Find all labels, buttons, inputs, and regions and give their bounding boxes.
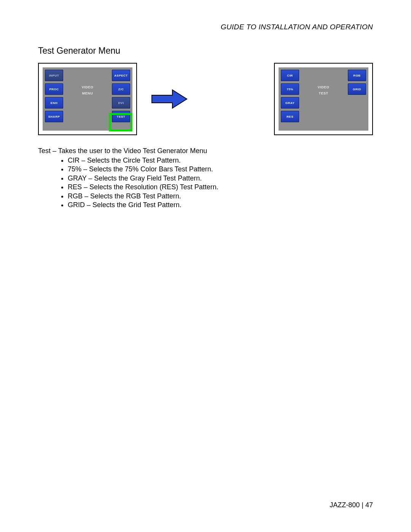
list-item: RES – Selects the Resolution (RES) Test …: [68, 183, 373, 192]
intro-line: Test – Takes the user to the Video Test …: [38, 147, 373, 155]
page-header: GUIDE TO INSTALLATION AND OPERATION: [38, 23, 373, 31]
list-item: GRAY – Selects the Gray Field Test Patte…: [68, 174, 373, 183]
footer-page: 47: [365, 501, 373, 509]
svg-marker-0: [152, 90, 187, 108]
section-title: Test Generator Menu: [38, 46, 373, 56]
menu-center-label: VIDEO MENU: [43, 84, 132, 96]
cir-button[interactable]: CIR: [281, 70, 299, 81]
test-button[interactable]: TEST: [112, 111, 130, 122]
bullet-list: CIR – Selects the Circle Test Pattern. 7…: [38, 156, 373, 209]
page-footer: JAZZ-800 | 47: [330, 501, 373, 509]
body-text: Test – Takes the user to the Video Test …: [38, 147, 373, 209]
input-button[interactable]: INPUT: [45, 70, 63, 81]
test-center-label: VIDEO TEST: [279, 84, 368, 96]
dvi-button[interactable]: DVI: [112, 97, 130, 109]
center-label-top: VIDEO: [82, 85, 94, 89]
figure-row: INPUT PROC ENH SHARP ASPECT Z/C DVI TEST…: [38, 63, 373, 135]
rgb-button[interactable]: RGB: [348, 70, 366, 81]
video-test-screenshot: CIR 75% GRAY RES RGB GRID VIDEO TEST: [274, 63, 373, 135]
footer-model: JAZZ-800: [330, 501, 360, 509]
center-label-bottom: MENU: [82, 91, 93, 95]
video-menu-screenshot: INPUT PROC ENH SHARP ASPECT Z/C DVI TEST…: [38, 63, 137, 135]
gray-button[interactable]: GRAY: [281, 97, 299, 109]
enh-button[interactable]: ENH: [45, 97, 63, 109]
list-item: RGB – Selects the RGB Test Pattern.: [68, 192, 373, 201]
center-label-bottom: TEST: [319, 91, 328, 95]
aspect-button[interactable]: ASPECT: [112, 70, 130, 81]
center-label-top: VIDEO: [318, 85, 330, 89]
arrow-icon: [148, 88, 190, 110]
list-item: GRID – Selects the Grid Test Pattern.: [68, 201, 373, 209]
video-menu-screen: INPUT PROC ENH SHARP ASPECT Z/C DVI TEST…: [43, 67, 132, 131]
list-item: 75% – Selects the 75% Color Bars Test Pa…: [68, 165, 373, 174]
video-test-screen: CIR 75% GRAY RES RGB GRID VIDEO TEST: [279, 67, 368, 131]
footer-sep: |: [360, 501, 365, 509]
sharp-button[interactable]: SHARP: [45, 111, 63, 122]
list-item: CIR – Selects the Circle Test Pattern.: [68, 156, 373, 165]
res-button[interactable]: RES: [281, 111, 299, 122]
